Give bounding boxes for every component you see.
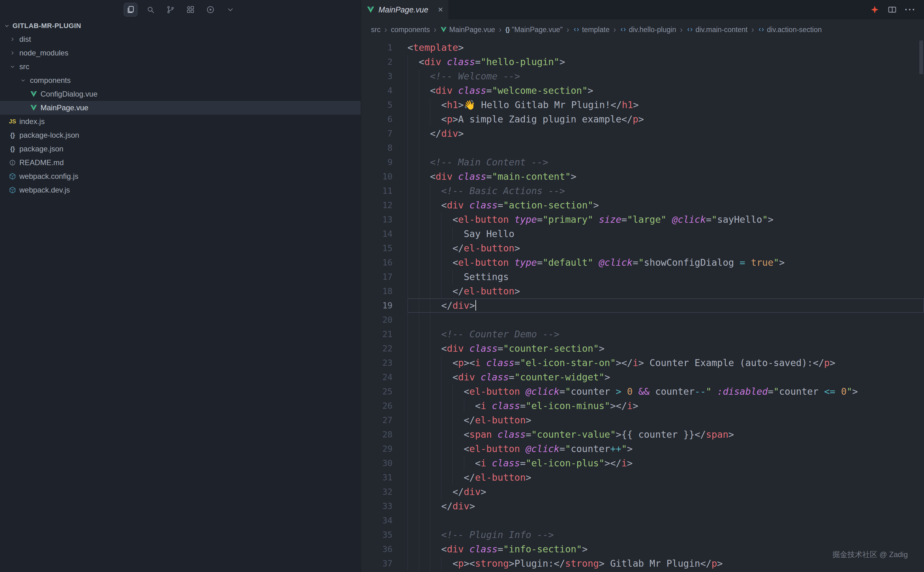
indent-guide: [430, 298, 441, 313]
tab-mainpage-vue[interactable]: MainPage.vue ×: [361, 0, 449, 19]
code-line[interactable]: 7</div>: [361, 126, 924, 141]
line-number: 19: [361, 298, 393, 313]
tree-item-src[interactable]: src: [0, 60, 361, 73]
line-number: 3: [361, 69, 393, 84]
tree-item-readme-md[interactable]: README.md: [0, 156, 361, 169]
indent-guide: [407, 270, 419, 284]
code-line[interactable]: 23<p><i class="el-icon-star-on"></i> Cou…: [361, 356, 924, 370]
code-line[interactable]: 10<div class="main-content">: [361, 169, 924, 184]
info-file-icon: [7, 159, 18, 166]
indent-guide: [419, 499, 430, 513]
code-line[interactable]: 5<h1>👋 Hello Gitlab Mr Plugin!</h1>: [361, 98, 924, 112]
code-line[interactable]: 32</div>: [361, 485, 924, 499]
code-line[interactable]: 12<div class="action-section">: [361, 198, 924, 213]
code-line[interactable]: 33</div>: [361, 499, 924, 513]
tree-item-mainpage-vue[interactable]: MainPage.vue: [0, 101, 361, 115]
code-line[interactable]: 31</el-button>: [361, 471, 924, 485]
code-line[interactable]: 21<!-- Counter Demo -->: [361, 327, 924, 342]
breadcrumb-item[interactable]: template: [573, 26, 609, 34]
tree-item-package-lock-json[interactable]: {}package-lock.json: [0, 128, 361, 142]
scrollbar-thumb[interactable]: [919, 40, 923, 74]
files-icon[interactable]: [124, 3, 137, 17]
tree-item-label: components: [30, 76, 71, 85]
line-number: 29: [361, 442, 393, 456]
tree-item-package-json[interactable]: {}package.json: [0, 142, 361, 156]
file-tree: distnode_modulessrccomponentsConfigDialo…: [0, 33, 361, 197]
breadcrumb-item[interactable]: MainPage.vue: [440, 26, 495, 34]
close-icon[interactable]: ×: [438, 5, 443, 14]
run-icon[interactable]: [204, 3, 217, 17]
line-number: 30: [361, 456, 393, 471]
tree-item-configdialog-vue[interactable]: ConfigDialog.vue: [0, 87, 361, 101]
code-line[interactable]: 16<el-button type="default" @click="show…: [361, 255, 924, 270]
breadcrumb-item[interactable]: components: [391, 26, 430, 34]
code-line[interactable]: 3<!-- Welcome -->: [361, 69, 924, 84]
indent-guide: [441, 284, 452, 298]
indent-guide: [441, 485, 452, 499]
indent-guide: [419, 485, 430, 499]
code-line[interactable]: 29<el-button @click="counter++">: [361, 442, 924, 456]
code-line[interactable]: 9<!-- Main Content -->: [361, 155, 924, 169]
indent-guide: [419, 84, 430, 98]
split-editor-icon[interactable]: [887, 5, 897, 15]
tree-item-webpack-config-js[interactable]: webpack.config.js: [0, 169, 361, 183]
tree-item-dist[interactable]: dist: [0, 33, 361, 46]
code-line[interactable]: 30<i class="el-icon-plus"></i>: [361, 456, 924, 471]
indent-guide: [407, 255, 419, 270]
code-line[interactable]: 6<p>A simple Zadig plugin example</p>: [361, 112, 924, 126]
tree-item-components[interactable]: components: [0, 73, 361, 87]
editor[interactable]: 1<template>2<div class="hello-plugin">3<…: [361, 40, 924, 572]
code-line[interactable]: 28<span class="counter-value">{{ counter…: [361, 427, 924, 442]
element-icon: [620, 26, 626, 33]
breadcrumb-label: template: [582, 26, 609, 34]
code-line[interactable]: 11<!-- Basic Actions -->: [361, 184, 924, 198]
tree-item-label: webpack.dev.js: [19, 186, 70, 194]
code-line[interactable]: 25<el-button @click="counter > 0 && coun…: [361, 384, 924, 399]
code-line[interactable]: 4<div class="welcome-section">: [361, 84, 924, 98]
code-line[interactable]: 17Settings: [361, 270, 924, 284]
indent-guide: [452, 471, 464, 485]
code-line[interactable]: 13<el-button type="primary" size="large"…: [361, 213, 924, 227]
views-chevron-icon[interactable]: [223, 3, 237, 17]
code-line[interactable]: 27</el-button>: [361, 413, 924, 427]
breadcrumb-item[interactable]: div.main-content: [686, 26, 748, 34]
indent-guide: [407, 69, 419, 84]
breadcrumb-item[interactable]: {}"MainPage.vue": [505, 26, 563, 34]
extensions-icon[interactable]: [184, 3, 197, 17]
code-line[interactable]: 18</el-button>: [361, 284, 924, 298]
watermark: 掘金技术社区 @ Zadig: [832, 550, 908, 560]
code-line[interactable]: 2<div class="hello-plugin">: [361, 55, 924, 69]
code-line[interactable]: 19</div>: [361, 298, 924, 313]
breadcrumb-item[interactable]: src: [371, 26, 381, 34]
breadcrumb-item[interactable]: div.hello-plugin: [620, 26, 676, 34]
more-actions-icon[interactable]: ···: [905, 5, 916, 15]
code-line[interactable]: 8: [361, 141, 924, 155]
explorer-project-header[interactable]: GITLAB-MR-PLUGIN: [0, 19, 361, 33]
indent-guide: [419, 270, 430, 284]
code-line[interactable]: 20: [361, 313, 924, 327]
code-line[interactable]: 1<template>: [361, 40, 924, 55]
code-line[interactable]: 15</el-button>: [361, 241, 924, 255]
source-control-icon[interactable]: [164, 3, 178, 17]
tree-item-index-js[interactable]: JSindex.js: [0, 115, 361, 128]
breadcrumb-separator: ›: [751, 25, 754, 34]
tree-item-node-modules[interactable]: node_modules: [0, 46, 361, 60]
indent-guide: [452, 456, 464, 471]
spark-icon[interactable]: [870, 5, 880, 15]
code-line[interactable]: 26<i class="el-icon-minus"></i>: [361, 399, 924, 413]
indent-guide: [452, 427, 464, 442]
indent-guide: [407, 471, 419, 485]
code-line[interactable]: 35<!-- Plugin Info -->: [361, 528, 924, 542]
code-line[interactable]: 24<div class="counter-widget">: [361, 370, 924, 384]
chevron-down-icon: [17, 77, 29, 84]
tree-item-label: webpack.config.js: [19, 172, 78, 181]
indent-guide: [407, 485, 419, 499]
breadcrumb-item[interactable]: div.action-section: [758, 26, 822, 34]
code-line[interactable]: 14Say Hello: [361, 227, 924, 241]
tree-item-webpack-dev-js[interactable]: webpack.dev.js: [0, 183, 361, 197]
code-line[interactable]: 22<div class="counter-section">: [361, 342, 924, 356]
indent-guide: [407, 98, 419, 112]
code-line[interactable]: 34: [361, 513, 924, 528]
indent-guide: [419, 513, 430, 528]
search-icon[interactable]: [144, 3, 157, 17]
